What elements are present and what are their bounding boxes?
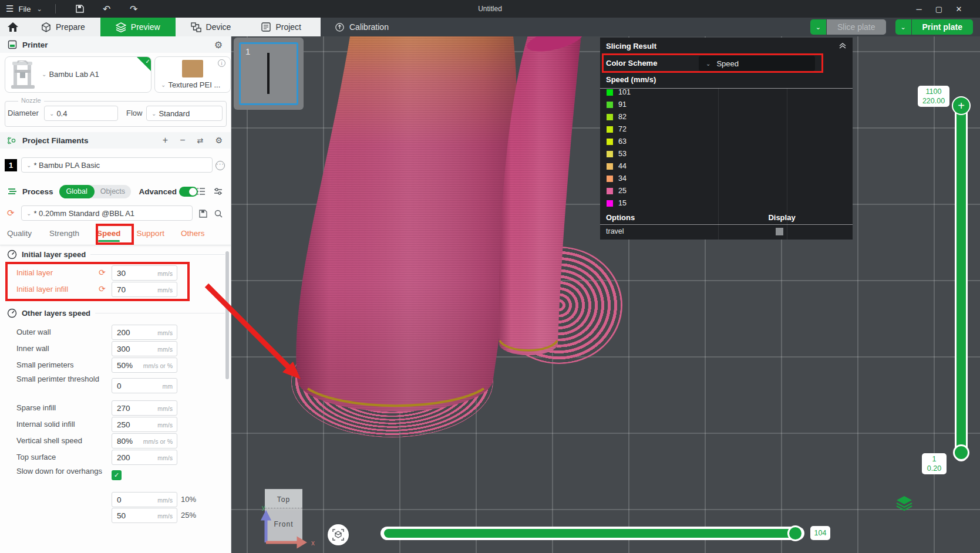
slow-down-overhangs-checkbox[interactable]: ✓ bbox=[112, 470, 122, 480]
tab-strength[interactable]: Strength bbox=[49, 229, 79, 238]
close-button[interactable]: ✕ bbox=[953, 5, 965, 14]
flow-select[interactable]: ⌄ Standard bbox=[146, 106, 223, 121]
diameter-label: Diameter bbox=[8, 109, 39, 117]
axis-x-label: x bbox=[311, 539, 315, 547]
travel-display-checkbox[interactable] bbox=[776, 228, 783, 235]
file-menu[interactable]: File bbox=[18, 5, 31, 14]
slicing-result-title: Slicing Result bbox=[606, 42, 656, 50]
print-plate-button[interactable]: Print plate bbox=[912, 19, 973, 35]
legend-swatch bbox=[607, 188, 613, 194]
plate-select-chevron-icon[interactable]: ⌄ bbox=[161, 82, 166, 88]
speed-gauge-icon bbox=[7, 308, 17, 318]
filament-select[interactable]: ⌄ * Bambu PLA Basic bbox=[21, 157, 213, 173]
3d-viewport[interactable]: 1 Slicing Result Color Scheme ⌄ Speed Sp… bbox=[231, 36, 980, 553]
printer-settings-gear-icon[interactable]: ⚙ bbox=[214, 39, 223, 50]
internal-solid-infill-input[interactable] bbox=[117, 419, 153, 430]
layer-slider-add-button[interactable]: + bbox=[952, 96, 971, 115]
gizmo-button[interactable] bbox=[328, 524, 349, 545]
advanced-toggle[interactable] bbox=[179, 187, 198, 197]
preview-icon bbox=[116, 22, 126, 32]
filament-more-icon[interactable]: ··· bbox=[215, 161, 225, 170]
legend-item: 34 bbox=[607, 173, 627, 184]
tab-speed[interactable]: Speed bbox=[97, 229, 121, 238]
print-plate-split-button: ⌄ Print plate bbox=[895, 19, 973, 35]
plate-info-icon[interactable]: i bbox=[218, 59, 225, 67]
step-slider-handle[interactable] bbox=[787, 525, 803, 541]
tab-preview[interactable]: Preview bbox=[100, 18, 176, 36]
printer-select-chevron-icon[interactable]: ⌄ bbox=[42, 71, 46, 77]
scope-objects[interactable]: Objects bbox=[95, 187, 131, 195]
filament-icon bbox=[7, 135, 18, 146]
step-slider-track[interactable] bbox=[380, 527, 804, 540]
outer-wall-field: mm/s bbox=[112, 325, 177, 340]
overhang-speed-input-1[interactable] bbox=[117, 494, 153, 505]
filaments-section-title: Project Filaments bbox=[22, 136, 89, 145]
tab-prepare[interactable]: Prepare bbox=[26, 18, 100, 36]
sparse-infill-input[interactable] bbox=[117, 402, 153, 414]
legend-swatch bbox=[607, 200, 613, 207]
layers-view-icon[interactable] bbox=[896, 495, 912, 511]
maximize-button[interactable]: ▢ bbox=[933, 5, 945, 14]
overhang-threshold-label: 10% bbox=[181, 495, 196, 504]
process-tabs: Quality Strength Speed Support Others bbox=[0, 229, 231, 238]
advanced-label: Advanced bbox=[139, 187, 177, 196]
slice-plate-button[interactable]: Slice plate bbox=[827, 19, 886, 35]
collapse-panel-icon[interactable] bbox=[838, 41, 847, 49]
color-scheme-label: Color Scheme bbox=[606, 59, 657, 68]
tab-quality[interactable]: Quality bbox=[7, 229, 32, 238]
home-button[interactable] bbox=[0, 22, 26, 32]
tune-icon[interactable] bbox=[214, 187, 223, 195]
param-reset-icon[interactable]: ⟳ bbox=[99, 284, 106, 294]
param-label: Initial layer bbox=[16, 268, 53, 277]
legend-swatch bbox=[607, 114, 613, 120]
tab-others[interactable]: Others bbox=[181, 229, 205, 238]
initial-layer-input[interactable] bbox=[117, 267, 153, 279]
tab-calibration[interactable]: Calibration bbox=[328, 18, 396, 36]
filament-sync-icon[interactable]: ⇄ bbox=[197, 136, 204, 145]
file-menu-chevron-icon[interactable]: ⌄ bbox=[36, 5, 42, 13]
legend-swatch bbox=[607, 151, 613, 157]
diameter-select[interactable]: ⌄ 0.4 bbox=[44, 106, 118, 121]
remove-filament-icon[interactable]: − bbox=[180, 135, 185, 146]
plate-thumbnail[interactable]: 1 bbox=[234, 38, 304, 110]
layer-slider-fill bbox=[957, 104, 966, 454]
printer-image bbox=[10, 60, 37, 90]
undo-icon[interactable]: ↶ bbox=[100, 4, 113, 14]
slice-plate-dropdown[interactable]: ⌄ bbox=[810, 19, 826, 35]
filament-settings-gear-icon[interactable]: ⚙ bbox=[215, 136, 223, 145]
param-row: Initial layer infill ⟳ mm/s bbox=[0, 282, 231, 297]
param-label: Slow down for overhangs bbox=[16, 466, 105, 476]
layer-slider-track[interactable] bbox=[955, 97, 968, 461]
top-surface-input[interactable] bbox=[117, 451, 153, 463]
printer-card[interactable]: ⌄ Bambu Lab A1 ✓ bbox=[5, 56, 151, 93]
initial-layer-infill-input[interactable] bbox=[117, 284, 153, 295]
initial-layer-field: mm/s bbox=[112, 265, 177, 281]
save-preset-icon[interactable] bbox=[198, 209, 208, 218]
nozzle-group-label: Nozzle bbox=[18, 97, 44, 104]
param-reset-icon[interactable]: ⟳ bbox=[99, 268, 106, 277]
outer-wall-input[interactable] bbox=[117, 326, 153, 338]
tab-project[interactable]: Project bbox=[246, 18, 316, 36]
filament-slot-badge: 1 bbox=[5, 159, 17, 171]
sidebar-scrollbar[interactable] bbox=[225, 251, 229, 379]
scope-global[interactable]: Global bbox=[59, 185, 95, 198]
redo-icon[interactable]: ↷ bbox=[127, 4, 140, 14]
save-icon[interactable] bbox=[73, 4, 86, 14]
tab-device[interactable]: Device bbox=[176, 18, 247, 36]
menu-icon[interactable]: ☰ bbox=[6, 4, 14, 14]
small-perimeter-threshold-input[interactable] bbox=[117, 380, 153, 392]
overhang-speed-input-2[interactable] bbox=[117, 510, 153, 521]
preset-select[interactable]: ⌄ * 0.20mm Standard @BBL A1 bbox=[21, 205, 193, 221]
print-plate-dropdown[interactable]: ⌄ bbox=[895, 19, 911, 35]
color-scheme-select[interactable]: ⌄ Speed bbox=[699, 56, 815, 71]
inner-wall-input[interactable] bbox=[117, 343, 153, 355]
layer-slider-bottom-tooltip: 10.20 bbox=[922, 453, 947, 474]
search-preset-icon[interactable] bbox=[214, 209, 223, 218]
add-filament-icon[interactable]: + bbox=[163, 135, 168, 146]
layer-slider-handle[interactable] bbox=[953, 444, 969, 461]
minimize-button[interactable]: ─ bbox=[913, 5, 925, 14]
plate-type-card[interactable]: i ⌄ Textured PEI ... bbox=[154, 56, 231, 93]
tab-support[interactable]: Support bbox=[137, 229, 164, 238]
preset-reset-icon[interactable]: ⟳ bbox=[7, 208, 15, 218]
view-list-icon[interactable] bbox=[197, 187, 206, 195]
